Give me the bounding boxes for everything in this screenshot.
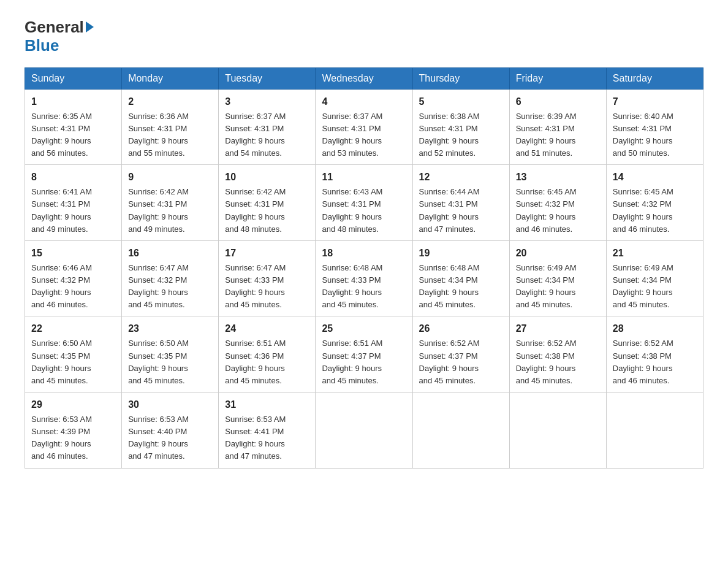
calendar-cell: 23Sunrise: 6:50 AMSunset: 4:35 PMDayligh… — [122, 316, 219, 393]
day-info: Sunrise: 6:42 AMSunset: 4:31 PMDaylight:… — [225, 186, 309, 236]
day-number: 11 — [322, 170, 406, 185]
day-info: Sunrise: 6:48 AMSunset: 4:33 PMDaylight:… — [322, 262, 406, 312]
calendar-cell: 10Sunrise: 6:42 AMSunset: 4:31 PMDayligh… — [219, 165, 316, 241]
calendar-cell: 27Sunrise: 6:52 AMSunset: 4:38 PMDayligh… — [509, 316, 606, 393]
day-info: Sunrise: 6:41 AMSunset: 4:31 PMDaylight:… — [31, 186, 115, 236]
calendar-cell: 5Sunrise: 6:38 AMSunset: 4:31 PMDaylight… — [412, 89, 509, 165]
calendar-cell — [606, 393, 703, 469]
logo-wordmark: General Blue — [25, 18, 94, 55]
day-info: Sunrise: 6:39 AMSunset: 4:31 PMDaylight:… — [516, 110, 600, 160]
calendar-cell: 3Sunrise: 6:37 AMSunset: 4:31 PMDaylight… — [219, 89, 316, 165]
day-number: 28 — [613, 321, 697, 336]
calendar-cell: 1Sunrise: 6:35 AMSunset: 4:31 PMDaylight… — [25, 89, 122, 165]
day-number: 15 — [31, 246, 115, 261]
day-info: Sunrise: 6:49 AMSunset: 4:34 PMDaylight:… — [516, 262, 600, 312]
day-info: Sunrise: 6:52 AMSunset: 4:37 PMDaylight:… — [419, 337, 503, 387]
day-info: Sunrise: 6:53 AMSunset: 4:40 PMDaylight:… — [128, 413, 212, 463]
day-info: Sunrise: 6:47 AMSunset: 4:33 PMDaylight:… — [225, 262, 309, 312]
day-number: 1 — [31, 94, 115, 109]
calendar-cell: 28Sunrise: 6:52 AMSunset: 4:38 PMDayligh… — [606, 316, 703, 393]
day-info: Sunrise: 6:47 AMSunset: 4:32 PMDaylight:… — [128, 262, 212, 312]
calendar-cell: 22Sunrise: 6:50 AMSunset: 4:35 PMDayligh… — [25, 316, 122, 393]
day-info: Sunrise: 6:37 AMSunset: 4:31 PMDaylight:… — [225, 110, 309, 160]
day-number: 26 — [419, 321, 503, 336]
logo: General Blue — [25, 18, 94, 55]
calendar-cell: 12Sunrise: 6:44 AMSunset: 4:31 PMDayligh… — [412, 165, 509, 241]
day-of-week-saturday: Saturday — [606, 67, 703, 89]
calendar-week-row: 8Sunrise: 6:41 AMSunset: 4:31 PMDaylight… — [25, 165, 703, 241]
day-of-week-tuesday: Tuesday — [219, 67, 316, 89]
calendar-cell: 21Sunrise: 6:49 AMSunset: 4:34 PMDayligh… — [606, 240, 703, 316]
day-info: Sunrise: 6:37 AMSunset: 4:31 PMDaylight:… — [322, 110, 406, 160]
day-info: Sunrise: 6:50 AMSunset: 4:35 PMDaylight:… — [31, 337, 115, 387]
day-info: Sunrise: 6:42 AMSunset: 4:31 PMDaylight:… — [128, 186, 212, 236]
day-number: 4 — [322, 94, 406, 109]
day-info: Sunrise: 6:45 AMSunset: 4:32 PMDaylight:… — [613, 186, 697, 236]
day-number: 16 — [128, 246, 212, 261]
day-of-week-thursday: Thursday — [412, 67, 509, 89]
calendar-cell: 25Sunrise: 6:51 AMSunset: 4:37 PMDayligh… — [316, 316, 412, 393]
day-info: Sunrise: 6:50 AMSunset: 4:35 PMDaylight:… — [128, 337, 212, 387]
day-number: 13 — [516, 170, 600, 185]
calendar-cell: 26Sunrise: 6:52 AMSunset: 4:37 PMDayligh… — [412, 316, 509, 393]
calendar-cell: 14Sunrise: 6:45 AMSunset: 4:32 PMDayligh… — [606, 165, 703, 241]
day-number: 25 — [322, 321, 406, 336]
day-of-week-monday: Monday — [122, 67, 219, 89]
logo-blue-part: Blue — [25, 36, 59, 55]
day-number: 18 — [322, 246, 406, 261]
day-of-week-wednesday: Wednesday — [316, 67, 412, 89]
day-info: Sunrise: 6:48 AMSunset: 4:34 PMDaylight:… — [419, 262, 503, 312]
day-number: 22 — [31, 321, 115, 336]
calendar-cell: 18Sunrise: 6:48 AMSunset: 4:33 PMDayligh… — [316, 240, 412, 316]
day-info: Sunrise: 6:44 AMSunset: 4:31 PMDaylight:… — [419, 186, 503, 236]
calendar-cell: 30Sunrise: 6:53 AMSunset: 4:40 PMDayligh… — [122, 393, 219, 469]
calendar-cell: 2Sunrise: 6:36 AMSunset: 4:31 PMDaylight… — [122, 89, 219, 165]
calendar-cell: 11Sunrise: 6:43 AMSunset: 4:31 PMDayligh… — [316, 165, 412, 241]
calendar-cell: 7Sunrise: 6:40 AMSunset: 4:31 PMDaylight… — [606, 89, 703, 165]
day-number: 21 — [613, 246, 697, 261]
day-number: 9 — [128, 170, 212, 185]
calendar-cell: 6Sunrise: 6:39 AMSunset: 4:31 PMDaylight… — [509, 89, 606, 165]
day-number: 3 — [225, 94, 309, 109]
day-number: 14 — [613, 170, 697, 185]
day-info: Sunrise: 6:35 AMSunset: 4:31 PMDaylight:… — [31, 110, 115, 160]
calendar-week-row: 29Sunrise: 6:53 AMSunset: 4:39 PMDayligh… — [25, 393, 703, 469]
day-info: Sunrise: 6:40 AMSunset: 4:31 PMDaylight:… — [613, 110, 697, 160]
day-number: 24 — [225, 321, 309, 336]
day-number: 12 — [419, 170, 503, 185]
day-info: Sunrise: 6:51 AMSunset: 4:37 PMDaylight:… — [322, 337, 406, 387]
day-info: Sunrise: 6:36 AMSunset: 4:31 PMDaylight:… — [128, 110, 212, 160]
day-number: 5 — [419, 94, 503, 109]
calendar-cell: 8Sunrise: 6:41 AMSunset: 4:31 PMDaylight… — [25, 165, 122, 241]
day-info: Sunrise: 6:38 AMSunset: 4:31 PMDaylight:… — [419, 110, 503, 160]
day-info: Sunrise: 6:51 AMSunset: 4:36 PMDaylight:… — [225, 337, 309, 387]
day-info: Sunrise: 6:45 AMSunset: 4:32 PMDaylight:… — [516, 186, 600, 236]
calendar-week-row: 22Sunrise: 6:50 AMSunset: 4:35 PMDayligh… — [25, 316, 703, 393]
calendar-cell: 24Sunrise: 6:51 AMSunset: 4:36 PMDayligh… — [219, 316, 316, 393]
calendar-cell: 13Sunrise: 6:45 AMSunset: 4:32 PMDayligh… — [509, 165, 606, 241]
day-info: Sunrise: 6:53 AMSunset: 4:41 PMDaylight:… — [225, 413, 309, 463]
day-number: 20 — [516, 246, 600, 261]
page-header: General Blue — [25, 18, 703, 55]
day-number: 31 — [225, 397, 309, 412]
calendar-cell: 31Sunrise: 6:53 AMSunset: 4:41 PMDayligh… — [219, 393, 316, 469]
day-info: Sunrise: 6:46 AMSunset: 4:32 PMDaylight:… — [31, 262, 115, 312]
calendar-cell — [509, 393, 606, 469]
calendar-cell: 29Sunrise: 6:53 AMSunset: 4:39 PMDayligh… — [25, 393, 122, 469]
calendar-week-row: 15Sunrise: 6:46 AMSunset: 4:32 PMDayligh… — [25, 240, 703, 316]
day-number: 6 — [516, 94, 600, 109]
calendar-cell: 4Sunrise: 6:37 AMSunset: 4:31 PMDaylight… — [316, 89, 412, 165]
day-number: 19 — [419, 246, 503, 261]
calendar-cell — [316, 393, 412, 469]
day-number: 2 — [128, 94, 212, 109]
calendar-week-row: 1Sunrise: 6:35 AMSunset: 4:31 PMDaylight… — [25, 89, 703, 165]
day-info: Sunrise: 6:52 AMSunset: 4:38 PMDaylight:… — [613, 337, 697, 387]
calendar-table: SundayMondayTuesdayWednesdayThursdayFrid… — [25, 67, 703, 469]
day-number: 7 — [613, 94, 697, 109]
day-of-week-sunday: Sunday — [25, 67, 122, 89]
day-number: 30 — [128, 397, 212, 412]
day-number: 10 — [225, 170, 309, 185]
calendar-cell: 15Sunrise: 6:46 AMSunset: 4:32 PMDayligh… — [25, 240, 122, 316]
day-number: 8 — [31, 170, 115, 185]
calendar-cell: 17Sunrise: 6:47 AMSunset: 4:33 PMDayligh… — [219, 240, 316, 316]
